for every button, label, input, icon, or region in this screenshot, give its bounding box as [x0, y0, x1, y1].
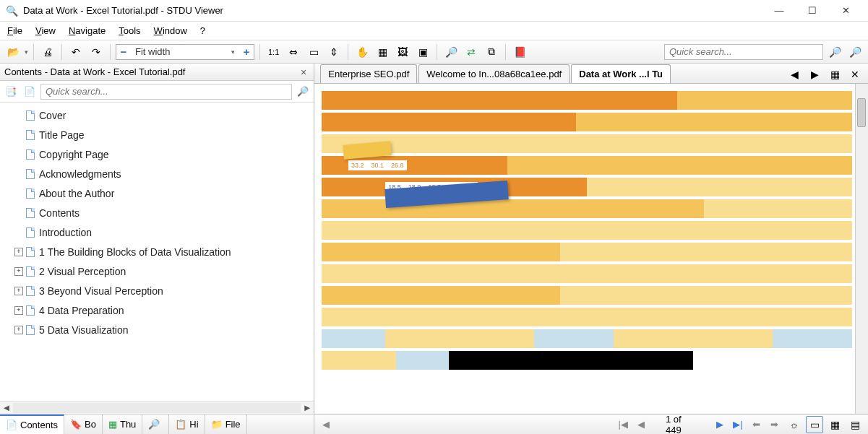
search-next-button[interactable]: 🔎: [846, 43, 864, 61]
swap-button[interactable]: ⇄: [463, 43, 480, 61]
tab-search[interactable]: 🔎: [142, 415, 169, 434]
menu-tools[interactable]: Tools: [119, 25, 140, 36]
vertical-scrollbar[interactable]: [855, 84, 868, 414]
menu-file[interactable]: File: [7, 25, 22, 36]
expand-all-icon[interactable]: 📑: [3, 84, 19, 100]
tree-horizontal-scrollbar[interactable]: ◄►: [0, 401, 314, 414]
expand-icon[interactable]: +: [14, 287, 23, 295]
first-page-button[interactable]: |◀: [616, 417, 630, 433]
sidebar-search-input[interactable]: [40, 84, 292, 100]
close-button[interactable]: ✕: [829, 0, 862, 22]
sidebar-search-go-icon[interactable]: 🔎: [295, 84, 311, 100]
continuous-view-button[interactable]: ▤: [846, 416, 864, 433]
menu-navigate[interactable]: Navigate: [69, 25, 106, 36]
tree-item-label: Introduction: [39, 227, 92, 238]
history-forward-button[interactable]: ➡: [768, 417, 781, 433]
title-bar: 🔍 Data at Work - Excel Tutorial.pdf - ST…: [0, 0, 868, 22]
fit-page-icon[interactable]: ▭: [305, 43, 322, 61]
page-indicator: 1 of 449: [653, 414, 708, 435]
tabs-close-button[interactable]: ✕: [846, 66, 864, 83]
app-icon: 🔍: [6, 5, 17, 17]
collapse-all-icon[interactable]: 📄: [22, 84, 38, 100]
doc-tab-0[interactable]: Enterprise SEO.pdf: [320, 64, 417, 83]
pan-tool-button[interactable]: ✋: [353, 43, 371, 61]
tabs-grid-button[interactable]: ▦: [826, 66, 843, 83]
tab-files[interactable]: 📁File: [205, 415, 247, 434]
tree-item[interactable]: Copyright Page: [1, 144, 312, 164]
next-page-button[interactable]: ▶: [713, 417, 726, 433]
find-button[interactable]: 🔎: [442, 43, 460, 61]
sidebar-close-button[interactable]: ×: [298, 66, 309, 78]
quick-search: [664, 44, 823, 60]
tree-item[interactable]: +2 Visual Perception: [1, 261, 312, 281]
zoom-control: − Fit width▾ +: [116, 44, 254, 60]
tree-item[interactable]: Cover: [1, 105, 312, 125]
tab-thumbnails[interactable]: ▦Thu: [103, 415, 142, 434]
workspace: Contents - Data at Work - Excel Tutorial…: [0, 64, 868, 434]
menu-help[interactable]: ?: [200, 25, 205, 36]
bookmark-button[interactable]: 📕: [511, 43, 528, 61]
page-icon: [26, 188, 35, 199]
tree-item[interactable]: Title Page: [1, 125, 312, 144]
tab-highlights[interactable]: 📋Hi: [169, 415, 205, 434]
tree-item-label: Cover: [39, 110, 66, 121]
panel-toggle-button[interactable]: ◀: [319, 417, 332, 433]
fit-height-icon[interactable]: ⇕: [325, 43, 343, 61]
tree-item-label: About the Author: [39, 188, 114, 199]
menu-window[interactable]: Window: [154, 25, 187, 36]
expand-icon[interactable]: +: [14, 326, 23, 334]
expand-icon[interactable]: +: [14, 267, 23, 276]
brightness-button[interactable]: ☼: [786, 416, 803, 433]
menu-view[interactable]: View: [35, 25, 56, 36]
tabs-prev-button[interactable]: ◀: [786, 66, 803, 83]
tree-item[interactable]: +5 Data Visualization: [1, 320, 312, 339]
tree-item[interactable]: Introduction: [1, 222, 312, 242]
tree-item[interactable]: +1 The Building Blocks of Data Visualiza…: [1, 242, 312, 261]
history-back-button[interactable]: ⬅: [749, 417, 763, 433]
expand-spacer: [14, 189, 23, 198]
print-button[interactable]: 🖨: [39, 43, 56, 61]
page-icon: [26, 110, 35, 121]
zoom-out-button[interactable]: −: [116, 45, 131, 59]
copy-button[interactable]: ⧉: [483, 43, 500, 61]
window-controls: — ☐ ✕: [762, 0, 862, 22]
select-text-button[interactable]: ▦: [374, 43, 391, 61]
maximize-button[interactable]: ☐: [796, 0, 829, 22]
page-icon: [26, 149, 35, 160]
tree-item[interactable]: Contents: [1, 203, 312, 222]
tab-bookmarks[interactable]: 🔖Bo: [64, 415, 103, 434]
tab-contents[interactable]: 📄Contents: [0, 415, 64, 434]
contents-tree[interactable]: CoverTitle PageCopyright PageAcknowledgm…: [0, 103, 314, 401]
tree-item[interactable]: +3 Beyond Visual Perception: [1, 281, 312, 300]
zoom-in-button[interactable]: +: [239, 45, 254, 59]
expand-icon[interactable]: +: [14, 306, 23, 315]
rotate-right-button[interactable]: ↷: [87, 43, 105, 61]
double-page-view-button[interactable]: ▦: [826, 416, 843, 433]
page-icon: [26, 208, 35, 218]
select-region-button[interactable]: ▣: [414, 43, 431, 61]
quick-search-input[interactable]: [664, 44, 823, 60]
zoom-mode-dropdown[interactable]: Fit width▾: [131, 46, 239, 57]
snapshot-button[interactable]: 🖼: [394, 43, 411, 61]
document-viewer[interactable]: 33.230.126.818.518.919.31919.5: [314, 84, 868, 414]
expand-icon[interactable]: +: [14, 248, 23, 256]
main-area: Enterprise SEO.pdf Welcome to In...08a68…: [314, 64, 868, 434]
page-icon: [26, 286, 35, 296]
tree-item[interactable]: +4 Data Preparation: [1, 300, 312, 320]
minimize-button[interactable]: —: [762, 0, 796, 22]
rotate-left-button[interactable]: ↶: [67, 43, 85, 61]
actual-size-button[interactable]: 1:1: [265, 43, 282, 61]
tree-item[interactable]: About the Author: [1, 183, 312, 203]
search-prev-button[interactable]: 🔎: [826, 43, 843, 61]
tree-item[interactable]: Acknowledgments: [1, 164, 312, 183]
fit-width-icon[interactable]: ⇔: [285, 43, 302, 61]
doc-tab-2[interactable]: Data at Work ...l Tu: [571, 64, 671, 83]
prev-page-button[interactable]: ◀: [635, 417, 648, 433]
open-file-button[interactable]: 📂: [4, 43, 22, 61]
last-page-button[interactable]: ▶|: [731, 417, 744, 433]
tabs-next-button[interactable]: ▶: [806, 66, 823, 83]
page-icon: [26, 130, 35, 140]
single-page-view-button[interactable]: ▭: [806, 416, 823, 433]
doc-tab-1[interactable]: Welcome to In...08a68ca1ee.pdf: [418, 64, 570, 83]
menu-bar: File View Navigate Tools Window ?: [0, 22, 868, 40]
